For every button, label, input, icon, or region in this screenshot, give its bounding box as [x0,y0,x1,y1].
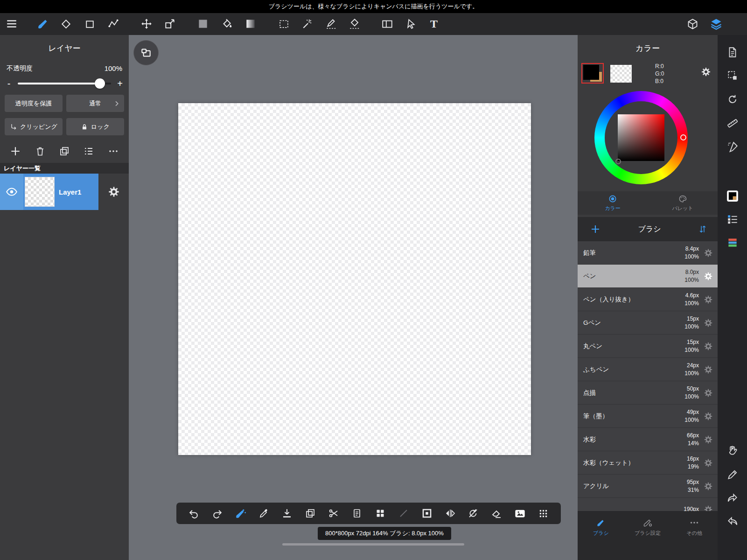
opacity-slider[interactable] [18,83,111,84]
hand-pan-icon[interactable] [723,441,742,460]
curve-tool-icon[interactable] [104,14,123,33]
brush-item[interactable]: 水彩（ウェット） 16px19% [578,451,718,475]
layer-row[interactable]: Layer1 [0,174,129,210]
layer-thumbnail[interactable] [25,177,55,207]
brush-settings-icon[interactable] [699,272,718,281]
layer-more-icon[interactable] [105,142,122,160]
smart-brush-icon[interactable] [232,505,249,522]
brush-item[interactable]: 鉛筆 8.4px100% [578,241,718,265]
tab-color[interactable]: カラー [578,191,648,215]
grid-dots-icon[interactable] [535,505,552,522]
layer-quick-list-icon[interactable] [723,210,742,229]
delete-layer-icon[interactable] [31,142,49,160]
brush-item[interactable]: アクリル 95px31% [578,475,718,498]
duplicate-icon[interactable] [302,505,319,522]
selection-panel-icon[interactable] [723,66,742,85]
palette-colors-icon[interactable] [723,233,742,252]
ruler-icon[interactable] [723,113,742,133]
opacity-increase-button[interactable]: + [116,79,124,88]
airbrush-icon[interactable] [723,137,742,157]
select-eraser-icon[interactable] [345,14,364,33]
brush-item[interactable]: Gペン 15px100% [578,311,718,335]
undo-icon[interactable] [186,505,202,522]
transparent-color-swatch[interactable] [610,65,632,83]
select-pen-icon[interactable] [322,14,341,33]
brush-item[interactable]: 丸ペン 15px100% [578,335,718,358]
gradient-tool-icon[interactable] [241,14,260,33]
brush-sort-icon[interactable] [698,224,707,234]
rotation-lock-icon[interactable] [465,505,482,522]
drawing-canvas[interactable] [178,103,531,455]
magic-wand-icon[interactable] [298,14,317,33]
hue-cursor[interactable] [680,134,686,140]
undo-side-icon[interactable] [723,511,742,531]
blend-mode-button[interactable]: 通常 [66,95,124,112]
tab-palette[interactable]: パレット [648,191,718,215]
layer-row-selected[interactable]: Layer1 [0,174,98,210]
brush-item[interactable]: 筆（墨） 49px100% [578,405,718,428]
brush-item[interactable]: ペン（入り抜き） 4.6px100% [578,288,718,311]
paste-icon[interactable] [349,505,365,522]
brush-settings-icon[interactable] [699,412,718,421]
menu-icon[interactable] [2,14,21,33]
color-settings-icon[interactable] [701,67,711,77]
tab-other[interactable]: その他 [671,511,718,537]
brush-item-selected[interactable]: ペン 8.0px100% [578,265,718,288]
symmetry-icon[interactable] [442,505,459,522]
save-icon[interactable] [279,505,295,522]
brush-settings-icon[interactable] [699,295,718,304]
brush-item[interactable]: 水彩 66px14% [578,428,718,451]
shape-tool-icon[interactable] [80,14,99,33]
add-layer-icon[interactable] [7,142,24,160]
eraser-tool-icon[interactable] [56,14,75,33]
add-brush-icon[interactable] [590,224,601,235]
redo-icon[interactable] [209,505,226,522]
select-rect-icon[interactable] [274,14,293,33]
brush-item[interactable]: 190px [578,498,718,511]
document-icon[interactable] [723,42,742,62]
opacity-decrease-button[interactable]: - [5,79,13,88]
3d-view-icon[interactable] [683,14,702,33]
brush-settings-icon[interactable] [699,342,718,351]
saturation-value-cursor[interactable] [615,159,621,164]
rotate-view-icon[interactable] [723,90,742,109]
eyedropper-icon[interactable] [256,505,272,522]
lock-button[interactable]: ロック [66,118,124,135]
protect-alpha-button[interactable]: 透明度を保護 [5,95,63,112]
duplicate-layer-icon[interactable] [56,142,73,160]
opacity-slider-knob[interactable] [95,78,105,89]
move-tool-icon[interactable] [137,14,156,33]
tile-grid-icon[interactable] [372,505,389,522]
panel-split-icon[interactable] [378,14,397,33]
redo-side-icon[interactable] [723,488,742,508]
tab-brush-settings[interactable]: ブラシ設定 [624,511,671,537]
layer-list-icon[interactable] [80,142,98,160]
brush-settings-icon[interactable] [699,365,718,374]
text-tool-icon[interactable]: T [425,14,443,33]
brush-tool-icon[interactable] [33,14,52,33]
foreground-color-swatch[interactable] [581,63,604,84]
cursor-select-icon[interactable] [402,14,420,33]
layer-settings-icon[interactable] [98,174,129,210]
line-tool-icon[interactable] [395,505,412,522]
clipping-button[interactable]: クリッピング [5,118,63,135]
home-indicator[interactable] [282,543,464,546]
transform-tool-icon[interactable] [161,14,179,33]
primary-color-swatch[interactable] [583,65,599,80]
brush-settings-icon[interactable] [699,482,718,491]
layer-visibility-icon[interactable] [0,174,23,210]
cut-scissors-icon[interactable] [325,505,342,522]
image-material-icon[interactable] [511,505,528,522]
brush-settings-icon[interactable] [699,248,718,258]
brush-item[interactable]: 点描 50px100% [578,381,718,405]
layers-panel-icon[interactable] [707,14,726,33]
clear-eraser-icon[interactable] [488,505,505,522]
brush-settings-icon[interactable] [699,505,718,511]
current-color-icon[interactable] [723,186,742,206]
pencil-mode-icon[interactable] [723,465,742,484]
frame-material-icon[interactable] [419,505,435,522]
brush-item[interactable]: ふちペン 24px100% [578,358,718,381]
foreground-color-chip[interactable] [194,14,212,33]
fill-bucket-icon[interactable] [217,14,236,33]
view-reset-icon[interactable] [133,40,159,65]
